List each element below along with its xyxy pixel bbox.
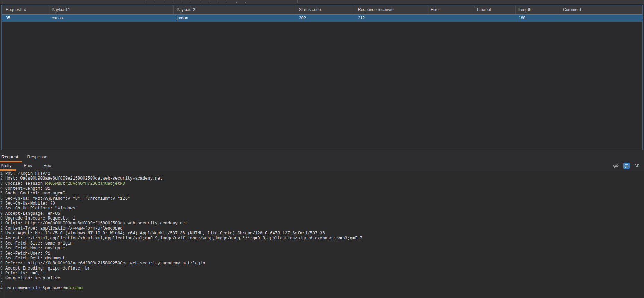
line-number: 21 [0, 271, 3, 276]
word-wrap-toggle-icon[interactable] [623, 163, 630, 169]
code-line: 16Sec-Fetch-Mode: navigate [0, 246, 644, 251]
line-number: 15 [0, 241, 3, 246]
column-header-comment[interactable]: Comment [560, 5, 642, 14]
column-header-payload1[interactable]: Payload 1 [49, 5, 174, 14]
line-number: 3 [0, 181, 3, 186]
line-number: 12 [0, 226, 3, 231]
tab-response[interactable]: Response [24, 153, 51, 162]
code-line: 14Accept: text/html,application/xhtml+xm… [0, 236, 644, 241]
line-number: 2 [0, 176, 3, 181]
line-number: 23 [0, 281, 3, 286]
column-header-status_code[interactable]: Status code [296, 5, 355, 14]
line-number: 7 [0, 201, 3, 206]
code-line: 5Cache-Control: max-age=0 [0, 191, 644, 196]
line-text: Priority: u=0, i [5, 271, 45, 276]
tab-hex[interactable]: Hex [39, 162, 55, 171]
column-label: Payload 1 [52, 7, 70, 12]
column-label: Length [518, 7, 531, 12]
burp-intruder-attack-window: Request∧Payload 1Payload 2Status codeRes… [0, 0, 644, 298]
column-label: Request [6, 7, 21, 12]
line-number: 22 [0, 276, 3, 281]
newline-label: \n [635, 163, 639, 168]
tab-raw[interactable]: Raw [19, 162, 36, 171]
line-text: Connection: keep-alive [5, 276, 60, 281]
line-text: username=carlos&password=jordan [5, 286, 83, 291]
line-text: Sec-Fetch-Site: same-origin [5, 241, 72, 246]
column-header-request[interactable]: Request∧ [2, 5, 49, 14]
column-label: Comment [563, 7, 581, 12]
column-header-timeout[interactable]: Timeout [473, 5, 516, 14]
message-tabs: Request Response [0, 153, 644, 162]
gutter-divider [4, 171, 4, 298]
cell-timeout [473, 15, 516, 22]
line-text: Sec-Ch-Ua: "Not/A)Brand";v="8", "Chromiu… [5, 196, 130, 201]
cell-error [428, 15, 473, 22]
request-lines: 1POST /login HTTP/22Host: 0a8a00b903aae6… [0, 171, 644, 291]
view-mode-tabs: Pretty Raw Hex [0, 162, 644, 171]
column-label: Error [431, 7, 440, 12]
line-text: Content-Length: 31 [5, 186, 50, 191]
line-text: User-Agent: Mozilla/5.0 (Windows NT 10.0… [5, 231, 325, 236]
code-line: 7Sec-Ch-Ua-Mobile: ?0 [0, 201, 644, 206]
line-text: Accept-Encoding: gzip, deflate, br [5, 266, 90, 271]
line-number: 19 [0, 261, 3, 266]
code-line: 12Content-Type: application/x-www-form-u… [0, 226, 644, 231]
code-line: 1POST /login HTTP/2 [0, 171, 644, 176]
line-text: Referer: https://0a8a00b903aae6df809e215… [5, 261, 205, 266]
sort-ascending-icon: ∧ [24, 8, 26, 12]
line-number: 6 [0, 196, 3, 201]
newline-toggle[interactable]: \n [634, 163, 641, 169]
column-header-error[interactable]: Error [428, 5, 473, 14]
hide-nonprintable-icon[interactable] [612, 163, 619, 169]
code-line: 18Sec-Fetch-Dest: document [0, 256, 644, 261]
code-line: 6Sec-Ch-Ua: "Not/A)Brand";v="8", "Chromi… [0, 196, 644, 201]
results-table-header: Request∧Payload 1Payload 2Status codeRes… [2, 5, 642, 14]
filter-text-remnant [146, 2, 246, 3]
column-header-length[interactable]: Length [516, 5, 560, 14]
line-number: 8 [0, 206, 3, 211]
table-row[interactable]: 35carlosjordan302212188 [2, 14, 642, 22]
code-line: 15Sec-Fetch-Site: same-origin [0, 241, 644, 246]
code-line: 10Upgrade-Insecure-Requests: 1 [0, 216, 644, 221]
code-line: 3Cookie: session=R4G5wBBtr2DvcnGYH723Cbl… [0, 181, 644, 186]
line-text: Accept-Language: en-US [5, 211, 60, 216]
cell-response_received: 212 [355, 15, 428, 22]
line-text: Sec-Fetch-Dest: document [5, 256, 65, 261]
code-line: 8Sec-Ch-Ua-Platform: "Windows" [0, 206, 644, 211]
line-text: Sec-Ch-Ua-Platform: "Windows" [5, 206, 78, 211]
code-line: 17Sec-Fetch-User: ?1 [0, 251, 644, 256]
column-header-response_received[interactable]: Response received [355, 5, 428, 14]
code-line: 13User-Agent: Mozilla/5.0 (Windows NT 10… [0, 231, 644, 236]
cell-status_code: 302 [296, 15, 355, 22]
code-line: 21Priority: u=0, i [0, 271, 644, 276]
line-text: Sec-Fetch-Mode: navigate [5, 246, 65, 251]
line-number: 17 [0, 251, 3, 256]
line-number: 18 [0, 256, 3, 261]
attack-results-table: Request∧Payload 1Payload 2Status codeRes… [1, 5, 643, 150]
line-text: Host: 0a8a00b903aae6df809e2158002500ca.w… [5, 176, 163, 181]
column-label: Status code [299, 7, 321, 12]
column-header-payload2[interactable]: Payload 2 [174, 5, 296, 14]
line-number: 11 [0, 221, 3, 226]
line-text: Cookie: session=R4G5wBBtr2DvcnGYH723Cbl4… [5, 181, 125, 186]
cell-payload2: jordan [174, 15, 296, 22]
message-viewer-panel: Request Response Pretty Raw Hex [0, 150, 644, 298]
line-number: 9 [0, 211, 3, 216]
filter-bar-partial [0, 0, 644, 5]
code-line: 20Accept-Encoding: gzip, deflate, br [0, 266, 644, 271]
code-line: 9Accept-Language: en-US [0, 211, 644, 216]
tab-request[interactable]: Request [0, 153, 22, 162]
cell-request: 35 [2, 15, 49, 22]
line-text: Content-Type: application/x-www-form-url… [5, 226, 122, 231]
code-line: 24username=carlos&password=jordan [0, 286, 644, 291]
code-line: 19Referer: https://0a8a00b903aae6df809e2… [0, 261, 644, 266]
request-editor[interactable]: 1POST /login HTTP/22Host: 0a8a00b903aae6… [0, 171, 644, 298]
line-text: Upgrade-Insecure-Requests: 1 [5, 216, 75, 221]
line-text: Cache-Control: max-age=0 [5, 191, 65, 196]
column-label: Payload 2 [177, 7, 195, 12]
line-number: 16 [0, 246, 3, 251]
line-text: POST /login HTTP/2 [5, 171, 50, 176]
line-text: Origin: https://0a8a00b903aae6df809e2158… [5, 221, 188, 226]
line-number: 13 [0, 231, 3, 236]
tab-pretty[interactable]: Pretty [0, 162, 16, 171]
